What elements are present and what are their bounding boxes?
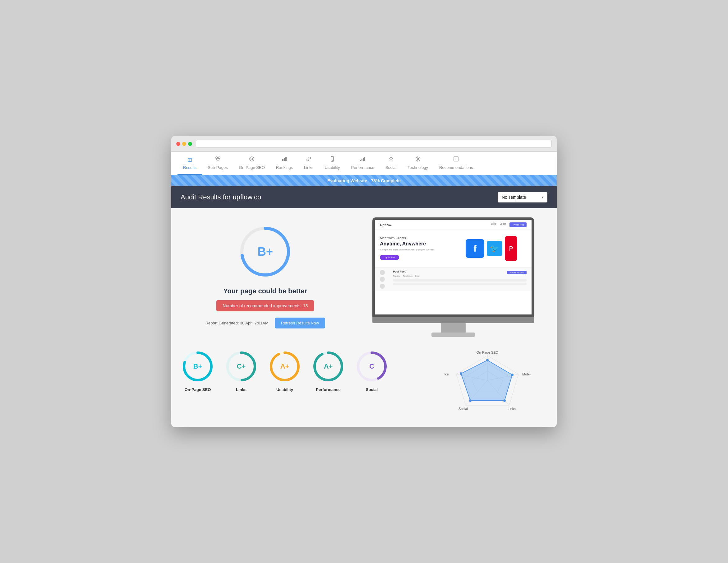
fake-login-link: Login xyxy=(500,222,506,227)
score-label-links: Links xyxy=(236,387,247,392)
template-select[interactable]: No TemplateTemplate 1Template 2 xyxy=(498,192,547,202)
improvements-badge: Number of recommended improvements: 13 xyxy=(216,300,314,312)
fake-hero-title2: Anytime, Anywhere xyxy=(380,241,450,247)
fake-logo: Upflow. xyxy=(380,223,392,227)
svg-point-43 xyxy=(460,372,462,375)
template-select-wrapper[interactable]: No TemplateTemplate 1Template 2 xyxy=(498,192,547,202)
monitor-stand xyxy=(441,323,466,333)
radar-section: On-Page SEO Mobile & UI Links Social Per… xyxy=(427,349,547,418)
monitor-screen: Upflow. Blog Login Try for free xyxy=(372,217,534,317)
score-circles: B+ On-Page SEO C+ Links xyxy=(181,349,421,392)
tab-social-label: Social xyxy=(385,165,396,170)
bottom-section: B+ On-Page SEO C+ Links xyxy=(181,349,547,418)
browser-chrome xyxy=(171,136,557,152)
monitor-frame: Upflow. Blog Login Try for free xyxy=(372,217,534,337)
traffic-lights xyxy=(176,142,192,146)
fake-action-btn: Private Posting xyxy=(507,271,527,274)
technology-icon xyxy=(415,156,421,163)
grade-description: Your page could be better xyxy=(223,287,307,295)
svg-rect-12 xyxy=(364,157,365,161)
radar-svg: On-Page SEO Mobile & UI Links Social Per… xyxy=(444,349,531,418)
audit-header: Audit Results for upflow.co No TemplateT… xyxy=(171,186,557,208)
fake-hero-text: Meet with Clients Anytime, Anywhere A si… xyxy=(380,236,450,261)
svg-rect-6 xyxy=(285,157,287,161)
website-preview: Upflow. Blog Login Try for free xyxy=(359,217,547,337)
top-section: B+ Your page could be better Number of r… xyxy=(181,217,547,337)
rankings-icon xyxy=(282,156,287,163)
tab-rankings[interactable]: Rankings xyxy=(270,152,298,175)
fake-nav-links: Blog Login Try for free xyxy=(491,222,527,227)
fake-website: Upflow. Blog Login Try for free xyxy=(375,220,532,315)
refresh-button[interactable]: Refresh Results Now xyxy=(275,318,325,329)
fake-app-section: Post Feed Private Posting Routine Freela… xyxy=(375,267,532,291)
score-val-usability: A+ xyxy=(280,362,289,371)
minimize-button[interactable] xyxy=(182,142,186,146)
pinterest-icon: P xyxy=(505,236,517,261)
score-circle-performance: A+ xyxy=(311,349,345,384)
browser-window: ⊞ Results Sub-Pages On-Page SEO xyxy=(171,136,557,427)
fake-cta-btn: Try for free xyxy=(380,255,399,260)
tab-links-label: Links xyxy=(304,165,313,170)
tab-links[interactable]: Links xyxy=(298,152,319,175)
score-val-performance: A+ xyxy=(324,362,333,371)
score-val-links: C+ xyxy=(237,362,246,371)
monitor-base xyxy=(431,333,475,337)
score-circle-links: C+ xyxy=(224,349,258,384)
tab-performance[interactable]: Performance xyxy=(345,152,380,175)
svg-rect-4 xyxy=(282,159,283,161)
fake-hero-title1: Meet with Clients xyxy=(380,236,450,240)
svg-rect-9 xyxy=(360,160,361,161)
score-circle-social: C xyxy=(355,349,389,384)
close-button[interactable] xyxy=(176,142,180,146)
tab-results[interactable]: ⊞ Results xyxy=(177,152,202,175)
maximize-button[interactable] xyxy=(188,142,192,146)
svg-rect-10 xyxy=(362,159,362,161)
tab-usability[interactable]: Usability xyxy=(319,152,345,175)
radar-container: On-Page SEO Mobile & UI Links Social Per… xyxy=(444,349,531,418)
monitor-chin xyxy=(372,317,534,323)
svg-point-41 xyxy=(503,399,506,402)
tab-rankings-label: Rankings xyxy=(276,165,293,170)
tab-technology[interactable]: Technology xyxy=(402,152,434,175)
tab-recommendations[interactable]: Recommendations xyxy=(434,152,478,175)
fake-hero-sub: A simple and smart tool that will help g… xyxy=(380,248,450,251)
progress-text: Evaluating Website - 78% Complete xyxy=(327,178,401,183)
score-label-usability: Usability xyxy=(276,387,293,392)
tab-on-page-seo[interactable]: On-Page SEO xyxy=(233,152,270,175)
sub-pages-icon xyxy=(215,156,221,163)
report-info: Report Generated: 30 April 7:01AM Refres… xyxy=(205,318,325,329)
social-icon xyxy=(388,156,394,163)
score-item-social: C Social xyxy=(355,349,389,392)
fake-sidebar-icon-3 xyxy=(380,284,385,289)
tab-performance-label: Performance xyxy=(351,165,374,170)
nav-tabs: ⊞ Results Sub-Pages On-Page SEO xyxy=(171,152,557,175)
svg-text:Performance: Performance xyxy=(444,372,449,376)
tab-sub-pages-label: Sub-Pages xyxy=(208,165,228,170)
fake-tabs: Routine Freelance feed xyxy=(393,275,527,277)
performance-icon xyxy=(360,156,366,163)
main-content: B+ Your page could be better Number of r… xyxy=(171,208,557,427)
facebook-icon: f xyxy=(466,239,484,258)
score-item-links: C+ Links xyxy=(224,349,258,392)
tab-social[interactable]: Social xyxy=(380,152,402,175)
tab-results-label: Results xyxy=(183,165,196,170)
svg-point-0 xyxy=(216,157,218,159)
address-bar[interactable] xyxy=(196,140,552,148)
report-generated: Report Generated: 30 April 7:01AM xyxy=(205,321,269,325)
svg-rect-11 xyxy=(363,158,364,161)
screen-inner: Upflow. Blog Login Try for free xyxy=(375,220,532,315)
fake-posts xyxy=(393,279,527,285)
svg-text:Social: Social xyxy=(458,407,468,411)
svg-text:On-Page SEO: On-Page SEO xyxy=(476,351,498,354)
fake-try-btn: Try for free xyxy=(509,222,527,227)
svg-point-2 xyxy=(250,157,254,161)
tab-sub-pages[interactable]: Sub-Pages xyxy=(202,152,233,175)
fake-post-1 xyxy=(393,279,527,282)
fake-content-header: Post Feed xyxy=(393,270,406,273)
recommendations-icon xyxy=(453,156,459,163)
score-val-social: C xyxy=(369,362,374,371)
fake-tab-routine: Routine xyxy=(393,275,400,277)
fake-sidebar-icon-1 xyxy=(380,270,385,275)
svg-point-3 xyxy=(251,158,253,160)
score-item-performance: A+ Performance xyxy=(311,349,345,392)
